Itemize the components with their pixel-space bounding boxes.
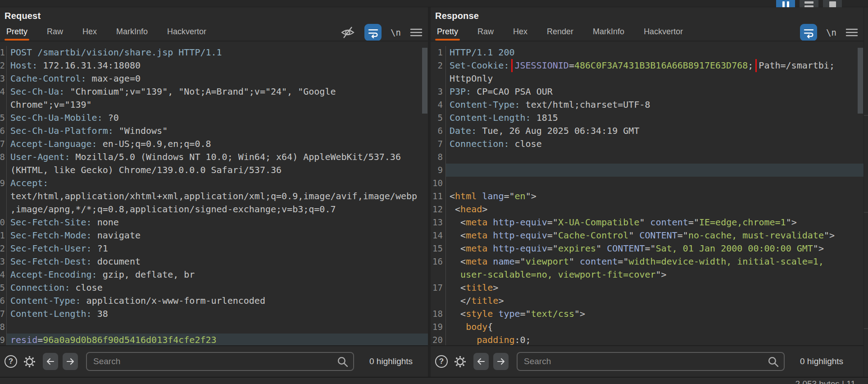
request-panel-header: Request PrettyRawHexMarkInfoHackvertor (0, 7, 428, 41)
code-line: 17Content-Length: 38 (0, 307, 428, 320)
response-scrollbar[interactable] (857, 41, 863, 345)
code-text[interactable]: Accept-Language: en-US;q=0.9,en;q=0.8 (7, 137, 428, 151)
editor-menu-button[interactable] (410, 27, 423, 37)
line-number: 8 (0, 151, 7, 164)
app-scroll-strip[interactable] (863, 7, 868, 377)
word-wrap-button[interactable] (364, 24, 382, 41)
code-text[interactable]: Sec-Ch-Ua-Platform: "Windows" (7, 124, 428, 137)
search-previous-button[interactable] (473, 353, 489, 370)
code-text[interactable]: padding:0; (446, 334, 863, 345)
code-text[interactable]: Sec-Ch-Ua-Mobile: ?0 (7, 111, 428, 124)
code-text[interactable]: Set-Cookie: JSESSIONID=486C0F3A7431B3B16… (446, 59, 863, 72)
tab-markinfo[interactable]: MarkInfo (115, 27, 149, 41)
code-text[interactable]: resid=96a0a9d0b86f90d5416d013f4cfe2f23 (7, 334, 428, 345)
code-text[interactable]: ,image/apng,*/*;q=0.8,application/signed… (7, 203, 428, 216)
tab-hackvertor[interactable]: Hackvertor (166, 27, 207, 41)
search-next-button[interactable] (63, 353, 78, 370)
line-number (0, 203, 7, 216)
code-line: 1POST /smartbi/vision/share.jsp HTTP/1.1 (0, 46, 428, 59)
response-editor[interactable]: 1HTTP/1.1 2002Set-Cookie: JSESSIONID=486… (431, 41, 863, 345)
code-text[interactable] (446, 164, 863, 177)
code-text[interactable]: HTTP/1.1 200 (446, 46, 863, 59)
code-text[interactable]: <style type="text/css"> (446, 307, 863, 320)
code-text[interactable]: User-Agent: Mozilla/5.0 (Windows NT 10.0… (7, 151, 428, 164)
code-text[interactable]: (KHTML, like Gecko) Chrome/139.0.0.0 Saf… (7, 164, 428, 177)
editor-menu-button[interactable] (845, 27, 858, 37)
code-text[interactable]: Accept: (7, 177, 428, 190)
code-text[interactable]: Host: 172.16.31.34:18080 (7, 59, 428, 72)
gear-icon (23, 355, 36, 369)
request-editor[interactable]: 1POST /smartbi/vision/share.jsp HTTP/1.1… (0, 41, 428, 345)
tab-pretty[interactable]: Pretty (5, 27, 28, 41)
code-line: text/html,application/xhtml+xml,applicat… (0, 190, 428, 203)
tab-hex[interactable]: Hex (512, 27, 528, 41)
code-text[interactable]: Connection: close (446, 137, 863, 151)
code-line: (KHTML, like Gecko) Chrome/139.0.0.0 Saf… (0, 164, 428, 177)
code-text[interactable]: P3P: CP=CAO PSA OUR (446, 85, 863, 98)
code-line: 2Host: 172.16.31.34:18080 (0, 59, 428, 72)
code-text[interactable]: Date: Tue, 26 Aug 2025 06:34:19 GMT (446, 124, 863, 137)
code-text[interactable]: <meta name="viewport" content="width=dev… (446, 255, 863, 268)
code-text[interactable]: <meta http-equiv="expires" CONTENT="Sat,… (446, 242, 863, 255)
search-previous-button[interactable] (43, 353, 58, 370)
code-line: 1HTTP/1.1 200 (431, 46, 863, 59)
code-text[interactable] (446, 151, 863, 164)
code-text[interactable]: <meta http-equiv="Cache-Control" CONTENT… (446, 229, 863, 242)
code-text[interactable]: Content-Type: application/x-www-form-url… (7, 294, 428, 307)
code-text[interactable]: text/html,application/xhtml+xml,applicat… (7, 190, 428, 203)
line-number: 14 (0, 268, 7, 281)
search-next-button[interactable] (493, 353, 509, 370)
code-text[interactable]: Connection: close (7, 281, 428, 294)
search-settings-button[interactable] (23, 355, 36, 369)
code-text[interactable] (7, 320, 428, 334)
code-text[interactable]: Sec-Ch-Ua: "Chromium";v="139", "Not;A=Br… (7, 85, 428, 98)
newline-toggle-button[interactable]: \n (391, 27, 401, 37)
tab-hex[interactable]: Hex (82, 27, 98, 41)
code-text[interactable]: user-scalable=no, viewport-fit=cover"> (446, 268, 863, 281)
request-scrollbar-thumb[interactable] (422, 48, 427, 114)
code-text[interactable]: HttpOnly (446, 72, 863, 85)
code-line: 10 (431, 177, 863, 190)
search-settings-button[interactable] (453, 355, 467, 369)
line-number: 10 (431, 177, 446, 190)
code-text[interactable]: Content-Length: 38 (7, 307, 428, 320)
word-wrap-button[interactable] (800, 24, 817, 41)
tab-hackvertor[interactable]: Hackvertor (643, 27, 684, 41)
hide-nonprintable-button[interactable] (340, 26, 355, 39)
gear-icon (453, 355, 467, 369)
code-text[interactable]: Accept-Encoding: gzip, deflate, br (7, 268, 428, 281)
line-number: 19 (431, 320, 446, 334)
code-text[interactable]: body{ (446, 320, 863, 334)
search-input[interactable] (86, 352, 354, 371)
search-input[interactable] (517, 352, 785, 371)
code-text[interactable]: Sec-Fetch-User: ?1 (7, 242, 428, 255)
response-scrollbar-thumb[interactable] (858, 48, 863, 114)
code-text[interactable]: Cache-Control: max-age=0 (7, 72, 428, 85)
help-button[interactable]: ? (5, 355, 17, 368)
line-number: 17 (0, 307, 7, 320)
request-scrollbar[interactable] (422, 41, 428, 345)
tab-markinfo[interactable]: MarkInfo (592, 27, 625, 41)
code-line: HttpOnly (431, 72, 863, 85)
help-button[interactable]: ? (435, 355, 448, 368)
code-text[interactable]: Content-Length: 1815 (446, 111, 863, 124)
arrow-right-icon (66, 358, 74, 365)
code-text[interactable]: </title> (446, 294, 863, 307)
tab-pretty[interactable]: Pretty (436, 27, 459, 41)
code-text[interactable]: Chrome";v="139" (7, 98, 428, 111)
code-text[interactable]: POST /smartbi/vision/share.jsp HTTP/1.1 (7, 46, 428, 59)
newline-toggle-button[interactable]: \n (826, 27, 836, 37)
line-number: 1 (431, 46, 446, 59)
code-text[interactable]: Sec-Fetch-Dest: document (7, 255, 428, 268)
code-text[interactable]: Sec-Fetch-Mode: navigate (7, 229, 428, 242)
tab-render[interactable]: Render (546, 27, 574, 41)
code-text[interactable]: <html lang="en"> (446, 190, 863, 203)
code-text[interactable]: Sec-Fetch-Site: none (7, 216, 428, 229)
code-text[interactable]: <meta http-equiv="X-UA-Compatible" conte… (446, 216, 863, 229)
code-text[interactable] (446, 177, 863, 190)
code-text[interactable]: <title> (446, 281, 863, 294)
code-text[interactable]: <head> (446, 203, 863, 216)
tab-raw[interactable]: Raw (477, 27, 495, 41)
tab-raw[interactable]: Raw (46, 27, 64, 41)
code-text[interactable]: Content-Type: text/html;charset=UTF-8 (446, 98, 863, 111)
